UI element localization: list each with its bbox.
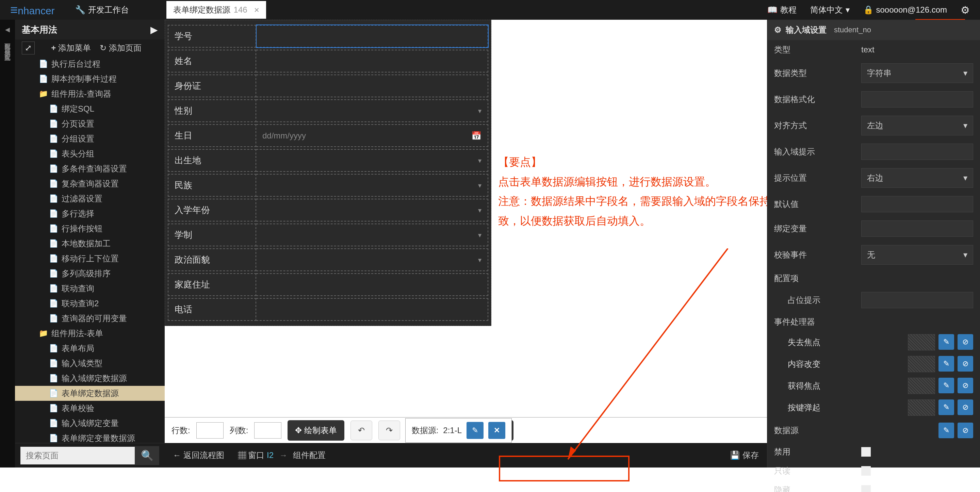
- evt-keyup-disable-button[interactable]: ⊘: [958, 400, 973, 415]
- default-input[interactable]: [861, 196, 973, 212]
- form-field-label: 性别: [168, 99, 256, 122]
- readonly-checkbox[interactable]: [861, 466, 871, 476]
- form-field-select[interactable]: ▾: [256, 248, 488, 271]
- sidebar-item[interactable]: 📄过滤器设置: [15, 191, 165, 206]
- sidebar-item[interactable]: 📄脚本控制事件过程: [15, 72, 165, 86]
- logo[interactable]: ≡nhancer: [0, 3, 65, 18]
- sidebar-folder[interactable]: 📁组件用法-查询器: [15, 86, 165, 101]
- sidebar-item[interactable]: 📄输入域绑定变量: [15, 416, 165, 431]
- draw-form-button[interactable]: ✥ 绘制表单: [288, 420, 344, 441]
- form-field-select[interactable]: ▾: [256, 149, 488, 172]
- form-field-select[interactable]: ▾: [256, 223, 488, 246]
- add-page-button[interactable]: ↻ 添加页面: [100, 43, 142, 53]
- sidebar-item[interactable]: 📄表单绑定数据源: [15, 386, 165, 401]
- sidebar-item[interactable]: 📄多行选择: [15, 206, 165, 221]
- language-selector[interactable]: 简体中文 ▾: [810, 5, 850, 15]
- sidebar-item[interactable]: 📄联动查询2: [15, 296, 165, 311]
- sidebar-item[interactable]: 📄表单校验: [15, 401, 165, 416]
- form-field-row: 学制▾: [168, 223, 488, 246]
- form-field-input[interactable]: [256, 50, 488, 72]
- sidebar-item[interactable]: 📄多条件查询器设置: [15, 161, 165, 176]
- hint-input[interactable]: [861, 143, 973, 160]
- back-to-flow-button[interactable]: ← 返回流程图: [173, 450, 224, 461]
- caret-down-icon: ▾: [478, 256, 482, 264]
- sidebar-item[interactable]: 📄多列高级排序: [15, 266, 165, 281]
- sidebar-item[interactable]: 📄复杂查询器设置: [15, 176, 165, 191]
- user-menu[interactable]: 🔒 sooooon@126.com: [863, 5, 947, 14]
- validate-select[interactable]: 无▾: [861, 245, 973, 265]
- form-field-date[interactable]: dd/mm/yyyy📅: [256, 124, 488, 147]
- redo-button[interactable]: ↷: [379, 420, 400, 440]
- sidebar-item[interactable]: 📄分页设置: [15, 116, 165, 131]
- form-field-select[interactable]: ▾: [256, 199, 488, 221]
- caret-down-icon: ▾: [963, 173, 967, 183]
- bindvar-input[interactable]: [861, 220, 973, 237]
- file-icon: 📄: [49, 134, 58, 143]
- rows-input[interactable]: [196, 422, 224, 439]
- align-select[interactable]: 左边▾: [861, 116, 973, 135]
- form-field-input[interactable]: [256, 25, 488, 48]
- side-rail-global-nav[interactable]: 全局导航: [3, 41, 12, 47]
- placeholder-input[interactable]: [861, 292, 973, 308]
- evt-change-edit-button[interactable]: ✎: [939, 356, 954, 371]
- form-field-select[interactable]: ▾: [256, 99, 488, 122]
- sidebar-folder[interactable]: 📁组件用法-表单: [15, 326, 165, 341]
- cols-input[interactable]: [254, 422, 282, 439]
- file-icon: 📄: [49, 224, 58, 233]
- gear-icon[interactable]: ⚙: [961, 4, 970, 16]
- sidebar-item[interactable]: 📄表单布局: [15, 341, 165, 356]
- sidebar-item[interactable]: 📄绑定SQL: [15, 101, 165, 116]
- sidebar-item[interactable]: 📄本地数据加工: [15, 236, 165, 251]
- data-type-select[interactable]: 字符串▾: [861, 63, 973, 83]
- sidebar-item[interactable]: 📄表单绑定变量数据源: [15, 431, 165, 443]
- file-icon: 📄: [49, 344, 58, 353]
- side-rail-home-config[interactable]: 主页配置: [3, 47, 12, 53]
- workspace-button[interactable]: 🔧 开发工作台: [65, 5, 139, 15]
- tab-close-button[interactable]: ×: [254, 5, 259, 15]
- form-field-select[interactable]: ▾: [256, 174, 488, 197]
- sidebar-item[interactable]: 📄联动查询: [15, 281, 165, 296]
- add-menu-button[interactable]: + 添加菜单: [51, 43, 91, 53]
- evt-focus-disable-button[interactable]: ⊘: [958, 378, 973, 393]
- form-field-input[interactable]: [256, 298, 488, 321]
- grid-icon: ▦: [238, 451, 246, 460]
- evt-blur-disable-button[interactable]: ⊘: [958, 334, 973, 350]
- ds-disable-button[interactable]: ⊘: [958, 423, 973, 438]
- evt-keyup-edit-button[interactable]: ✎: [939, 400, 954, 415]
- collapse-icon[interactable]: ◀: [5, 23, 11, 36]
- form-field-row: 家庭住址: [168, 273, 488, 296]
- sidebar-item[interactable]: 📄分组设置: [15, 131, 165, 146]
- tab-form-bind-datasource[interactable]: 表单绑定数据源 146 ×: [166, 1, 266, 19]
- hidden-checkbox[interactable]: [861, 485, 871, 492]
- evt-change-disable-button[interactable]: ⊘: [958, 356, 973, 371]
- search-icon: 🔍: [141, 449, 153, 462]
- datasource-clear-button[interactable]: ✕: [488, 422, 505, 439]
- file-icon: 📄: [49, 164, 58, 173]
- sidebar-item[interactable]: 📄输入域绑定数据源: [15, 371, 165, 386]
- sidebar-item[interactable]: 📄执行后台过程: [15, 56, 165, 72]
- sidebar-item[interactable]: 📄输入域类型: [15, 356, 165, 371]
- disabled-checkbox[interactable]: [861, 447, 871, 457]
- evt-blur-label: 失去焦点: [788, 337, 821, 348]
- sidebar-item[interactable]: 📄行操作按钮: [15, 221, 165, 236]
- hint-pos-select[interactable]: 右边▾: [861, 168, 973, 188]
- search-button[interactable]: 🔍: [135, 446, 159, 465]
- ds-edit-button[interactable]: ✎: [939, 423, 954, 438]
- undo-button[interactable]: ↶: [350, 420, 372, 440]
- pencil-icon: ✎: [472, 426, 478, 435]
- sidebar-item[interactable]: 📄移动行上下位置: [15, 251, 165, 266]
- form-field-input[interactable]: [256, 273, 488, 296]
- form-field-input[interactable]: [256, 75, 488, 97]
- sidebar-item[interactable]: 📄表头分组: [15, 146, 165, 161]
- evt-blur-edit-button[interactable]: ✎: [939, 334, 954, 350]
- search-input[interactable]: [21, 447, 135, 465]
- type-value: text: [861, 45, 875, 54]
- format-input[interactable]: [861, 91, 973, 108]
- datasource-edit-button[interactable]: ✎: [466, 422, 484, 439]
- fullscreen-icon[interactable]: ⤢: [22, 41, 35, 54]
- evt-focus-edit-button[interactable]: ✎: [939, 378, 954, 393]
- sidebar-item[interactable]: 📄查询器的可用变量: [15, 311, 165, 326]
- tutorial-link[interactable]: 📖 教程: [767, 5, 797, 15]
- side-rail-page-config[interactable]: 页面配置: [3, 36, 12, 41]
- play-icon[interactable]: ▶: [150, 24, 158, 35]
